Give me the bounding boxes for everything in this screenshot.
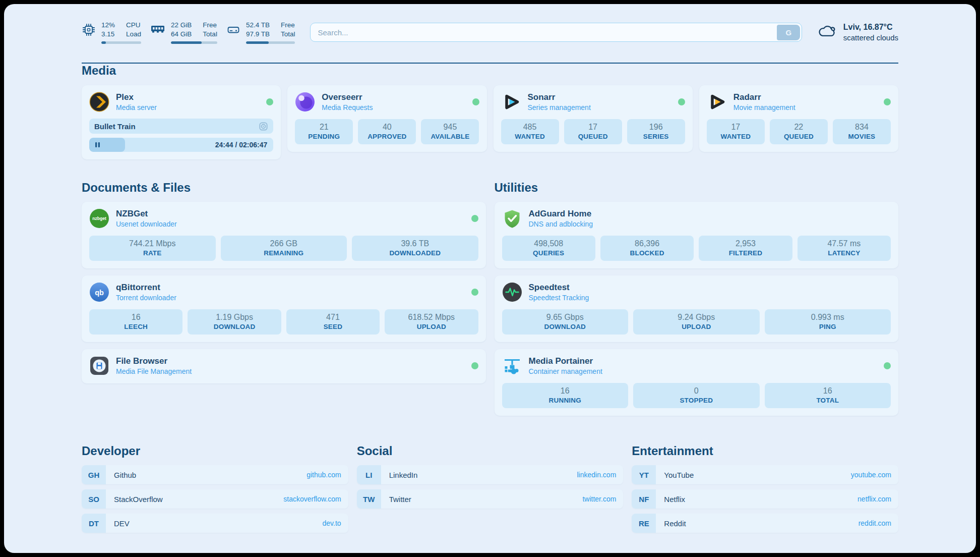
playback-time: 24:44 / 02:06:47: [215, 141, 268, 149]
bookmark-youtube[interactable]: YT YouTube youtube.com: [632, 465, 898, 484]
cast-icon[interactable]: [259, 122, 268, 131]
search-bar: G: [310, 23, 802, 42]
pause-icon: [94, 142, 101, 148]
search-engine-button[interactable]: G: [777, 25, 800, 40]
status-online-dot: [471, 362, 478, 369]
weather-condition: scattered clouds: [843, 33, 898, 43]
app-name: qBittorrent: [116, 283, 176, 293]
disk-free-label: Free: [281, 21, 295, 30]
stat-pill: 0STOPPED: [633, 383, 760, 408]
cpu-usage-value: 12%: [101, 21, 115, 30]
app-card-overseerr[interactable]: Overseerr Media Requests 21PENDING 40APP…: [287, 85, 486, 152]
app-card-portainer[interactable]: Media Portainer Container management 16R…: [495, 349, 899, 416]
app-name: Plex: [116, 92, 157, 102]
bookmark-github[interactable]: GH Github github.com: [82, 465, 348, 484]
stat-pill: 266 GBREMAINING: [221, 236, 347, 261]
stat-pill: 47.57 msLATENCY: [798, 236, 891, 261]
cpu-load-label: Load: [126, 30, 141, 39]
stat-pill: 9.65 GbpsDOWNLOAD: [502, 309, 629, 335]
qbittorrent-icon: qb: [89, 282, 109, 302]
disk-total-label: Total: [281, 30, 295, 39]
app-subtitle: Series management: [528, 103, 591, 112]
app-subtitle: Container management: [529, 367, 602, 375]
bookmark-linkedin[interactable]: LI LinkedIn linkedin.com: [357, 465, 624, 484]
status-online-dot: [884, 362, 891, 369]
bookmark-dev[interactable]: DT DEV dev.to: [82, 514, 348, 533]
status-online-dot: [678, 98, 685, 105]
cpu-progress-bar: [101, 41, 141, 44]
radarr-icon: [707, 92, 727, 112]
status-online-dot: [472, 98, 479, 105]
app-card-qbittorrent[interactable]: qb qBittorrent Torrent downloader 16LEEC…: [82, 275, 486, 342]
disk-free-value: 52.4 TB: [246, 21, 270, 30]
adguard-icon: [502, 208, 522, 229]
bookmark-abbr: SO: [82, 489, 106, 509]
bookmark-column-entertainment: Entertainment YT YouTube youtube.com NF …: [632, 444, 898, 533]
app-name: Radarr: [733, 92, 795, 102]
ram-widget: 22 GiB64 GiB FreeTotal: [150, 21, 217, 43]
overseerr-icon: [295, 92, 315, 112]
stat-pill: 485WANTED: [501, 119, 559, 144]
search-input[interactable]: [310, 23, 802, 42]
cpu-icon: [82, 23, 96, 39]
app-card-nzbget[interactable]: nzbget NZBGet Usenet downloader 744.21 M…: [82, 202, 486, 268]
app-card-adguard[interactable]: AdGuard Home DNS and adblocking 498,508Q…: [495, 202, 899, 268]
bookmark-twitter[interactable]: TW Twitter twitter.com: [357, 489, 624, 509]
hardware-widgets: 12%3.15 CPULoad 22 GiB64 Gi: [82, 21, 295, 43]
status-online-dot: [884, 98, 891, 105]
section-title-developer: Developer: [82, 444, 348, 458]
cpu-load-value: 3.15: [101, 30, 115, 39]
app-card-plex[interactable]: Plex Media server Bullet Train 24:44 / 0…: [82, 85, 281, 159]
weather-widget: Lviv, 16.87°C scattered clouds: [817, 22, 898, 43]
bookmark-abbr: TW: [357, 489, 381, 509]
weather-location-temp: Lviv, 16.87°C: [843, 22, 898, 33]
stat-pill: 834MOVIES: [833, 119, 891, 144]
media-grid: Plex Media server Bullet Train 24:44 / 0…: [82, 85, 898, 159]
bookmark-column-social: Social LI LinkedIn linkedin.com TW Twitt…: [357, 444, 624, 509]
ram-total-label: Total: [203, 30, 217, 39]
app-name: Speedtest: [529, 283, 589, 293]
plex-icon: [89, 92, 109, 112]
stat-pill: 16RUNNING: [502, 383, 629, 408]
stat-pill: 17WANTED: [707, 119, 765, 144]
stat-pill: 2,953FILTERED: [699, 236, 792, 261]
bookmark-stackoverflow[interactable]: SO StackOverflow stackoverflow.com: [82, 489, 348, 509]
app-card-speedtest[interactable]: Speedtest Speedtest Tracking 9.65 GbpsDO…: [495, 275, 899, 342]
top-bar: 12%3.15 CPULoad 22 GiB64 Gi: [82, 19, 898, 45]
disk-icon: [226, 23, 240, 39]
bookmark-abbr: RE: [632, 514, 656, 533]
dashboard-page: 12%3.15 CPULoad 22 GiB64 Gi: [4, 4, 976, 553]
sonarr-icon: [501, 92, 521, 112]
app-subtitle: Media server: [116, 103, 157, 112]
filebrowser-icon: [89, 356, 109, 376]
stat-pill: 945AVAILABLE: [421, 119, 479, 144]
section-title-media: Media: [82, 64, 898, 78]
app-card-filebrowser[interactable]: File Browser Media File Management: [82, 349, 486, 383]
stat-pill: 40APPROVED: [358, 119, 416, 144]
bookmark-reddit[interactable]: RE Reddit reddit.com: [632, 514, 898, 533]
cpu-label: CPU: [126, 21, 141, 30]
cloud-icon: [817, 24, 837, 41]
status-online-dot: [471, 289, 478, 296]
bookmark-netflix[interactable]: NF Netflix netflix.com: [632, 489, 898, 509]
app-card-radarr[interactable]: Radarr Movie management 17WANTED 22QUEUE…: [699, 85, 898, 152]
nzbget-icon: nzbget: [89, 208, 109, 229]
stat-pill: 16LEECH: [89, 309, 182, 335]
app-subtitle: Usenet downloader: [116, 220, 177, 228]
bookmark-abbr: YT: [632, 465, 656, 484]
stat-pill: 39.6 TBDOWNLOADED: [352, 236, 478, 261]
stat-pill: 498,508QUERIES: [502, 236, 595, 261]
ram-progress-bar: [171, 41, 217, 44]
speedtest-icon: [502, 282, 522, 302]
app-card-sonarr[interactable]: Sonarr Series management 485WANTED 17QUE…: [494, 85, 693, 152]
stat-pill: 17QUEUED: [564, 119, 622, 144]
stat-pill: 9.24 GbpsUPLOAD: [633, 309, 760, 335]
stat-pill: 744.21 MbpsRATE: [89, 236, 216, 261]
ram-icon: [150, 23, 165, 37]
status-online-dot: [266, 98, 273, 105]
bookmark-abbr: DT: [82, 514, 106, 533]
app-subtitle: Media File Management: [116, 367, 192, 375]
cpu-widget: 12%3.15 CPULoad: [82, 21, 141, 43]
app-name: Sonarr: [528, 92, 591, 102]
app-subtitle: Speedtest Tracking: [529, 294, 589, 302]
